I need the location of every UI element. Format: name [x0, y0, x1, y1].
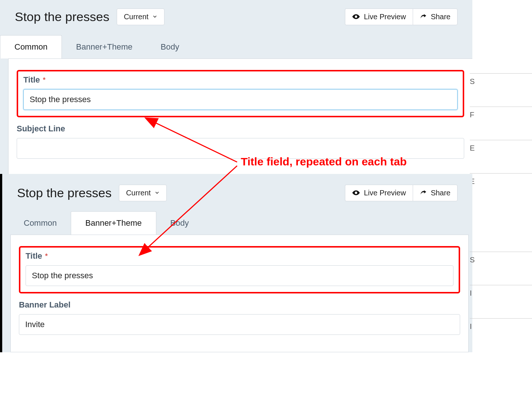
title-label-text: Title [26, 251, 42, 261]
title-label: Title * [23, 75, 458, 85]
tab-banner-theme[interactable]: Banner+Theme [62, 36, 146, 58]
sidebar-item: E [470, 173, 532, 206]
share-label: Share [431, 189, 450, 197]
share-label: Share [431, 13, 450, 21]
subject-line-label: Subject Line [17, 124, 464, 134]
live-preview-label: Live Preview [364, 13, 406, 21]
chevron-down-icon [154, 190, 160, 195]
field-title: Title * [23, 75, 458, 110]
share-button[interactable]: Share [413, 185, 458, 201]
version-dropdown-label: Current [124, 13, 149, 21]
required-marker-icon: * [43, 77, 46, 83]
tab-row: Common Banner+Theme Body [2, 209, 472, 235]
tab-common[interactable]: Common [10, 212, 71, 235]
chevron-down-icon [152, 14, 157, 19]
sidebar-item: I [470, 318, 532, 352]
sidebar-item: I [470, 285, 532, 318]
title-label-text: Title [23, 75, 40, 85]
title-input[interactable] [23, 89, 458, 110]
share-button[interactable]: Share [413, 9, 458, 25]
banner-label-label: Banner Label [19, 300, 460, 310]
title-label: Title * [26, 251, 453, 261]
tab-banner-theme[interactable]: Banner+Theme [71, 211, 156, 235]
header-actions: Live Preview Share [345, 9, 458, 25]
editor-panel-banner-theme: Stop the presses Current Live Preview Sh… [0, 174, 472, 352]
editor-panel-common: Stop the presses Current Live Preview Sh… [0, 0, 472, 176]
sidebar-item: S [470, 73, 532, 107]
annotation-highlight-box: Title * [17, 70, 464, 117]
svg-point-0 [355, 16, 357, 18]
eye-icon [352, 189, 360, 197]
version-dropdown[interactable]: Current [119, 185, 167, 201]
banner-label-input[interactable] [19, 314, 460, 335]
share-icon [420, 13, 427, 20]
tab-common[interactable]: Common [0, 35, 62, 58]
page-title: Stop the presses [15, 10, 109, 24]
field-subject-line: Subject Line [17, 124, 464, 159]
annotation-highlight-box: Title * [19, 246, 460, 293]
live-preview-button[interactable]: Live Preview [345, 9, 412, 25]
required-marker-icon: * [45, 253, 48, 259]
svg-point-1 [355, 192, 357, 194]
right-sidebar-sliver: S I I [470, 252, 532, 352]
version-dropdown-label: Current [126, 189, 151, 197]
panel-header: Stop the presses Current Live Preview Sh… [0, 0, 472, 33]
eye-icon [352, 13, 360, 21]
live-preview-button[interactable]: Live Preview [345, 185, 412, 201]
tab-body[interactable]: Body [156, 212, 203, 235]
version-dropdown[interactable]: Current [117, 9, 164, 25]
sidebar-item: S [470, 252, 532, 285]
header-actions: Live Preview Share [345, 185, 458, 201]
tab-body[interactable]: Body [147, 36, 193, 58]
live-preview-label: Live Preview [364, 189, 406, 197]
annotation-callout: Title field, repeated on each tab [241, 155, 407, 168]
field-title: Title * [26, 251, 453, 286]
form-area: Title * Banner Label [10, 235, 469, 352]
field-banner-label: Banner Label [19, 300, 460, 335]
share-icon [420, 189, 427, 196]
panel-header: Stop the presses Current Live Preview Sh… [2, 176, 472, 209]
page-title: Stop the presses [17, 186, 112, 200]
sidebar-item: E [470, 140, 532, 173]
sidebar-item: F [470, 107, 532, 140]
right-sidebar-sliver: S F E E [470, 73, 532, 206]
tab-row: Common Banner+Theme Body [0, 33, 472, 58]
title-input[interactable] [26, 265, 453, 286]
